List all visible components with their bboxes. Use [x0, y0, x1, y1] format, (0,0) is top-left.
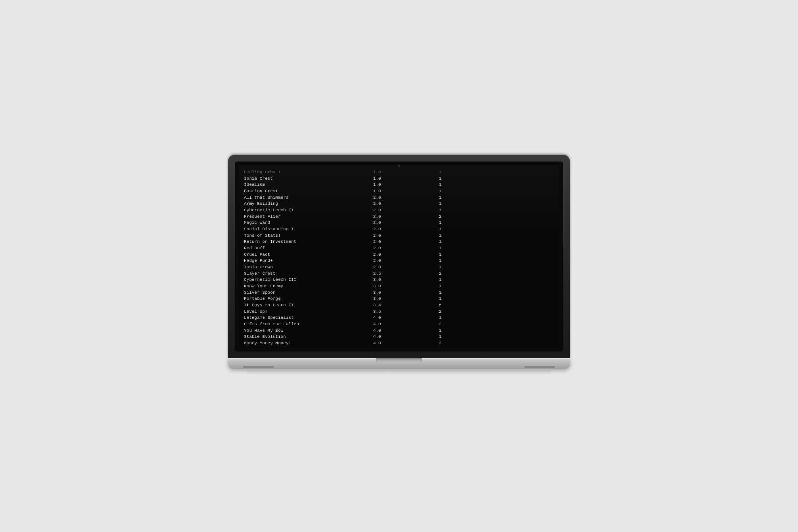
row-name: Tons of Stats!: [244, 233, 373, 239]
row-count: 1: [419, 245, 442, 252]
row-name: Hedge Fund+: [244, 258, 373, 264]
row-name: Silver Spoon: [244, 290, 373, 296]
hinge-notch: [376, 358, 422, 364]
table-row: Bastion Crest1.01: [244, 188, 554, 195]
row-count: 1: [419, 283, 442, 290]
row-count: 1: [419, 188, 442, 195]
row-name: Stable Evolution: [244, 334, 373, 340]
row-value: 3.5: [373, 309, 419, 315]
table-row: Tons of Stats!2.01: [244, 233, 554, 239]
table-row: Return on Investment2.01: [244, 239, 554, 245]
row-name: Sentinel's Spirit: [244, 347, 373, 348]
row-count: 1: [419, 207, 442, 214]
laptop-base: [228, 358, 570, 369]
row-name: All That Shimmers: [244, 195, 373, 201]
table-row: It Pays to Learn II3.45: [244, 302, 554, 309]
row-count: 1: [419, 169, 442, 176]
terminal: Healing Orbs I1.01Ionia Crest1.01Idealis…: [239, 165, 559, 348]
row-value: 2.0: [373, 233, 419, 239]
table-row: Ionia Crest1.01: [244, 176, 554, 182]
row-value: 2.0: [373, 220, 419, 226]
row-count: 1: [419, 334, 442, 340]
row-count: 2: [419, 271, 442, 277]
table-row: Army Building2.01: [244, 201, 554, 207]
row-value: 1.0: [373, 169, 419, 176]
row-count: 2: [419, 214, 442, 220]
row-name: Level Up!: [244, 309, 373, 315]
table-row: You Have My Bow4.01: [244, 328, 554, 334]
row-count: 2: [419, 309, 442, 315]
table-row: Frequent Flier2.02: [244, 214, 554, 220]
row-value: 2.0: [373, 258, 419, 264]
row-count: 1: [419, 290, 442, 296]
screen: Healing Orbs I1.01Ionia Crest1.01Idealis…: [239, 165, 559, 348]
row-value: 4.0: [373, 334, 419, 340]
row-value: 2.5: [373, 271, 419, 277]
row-count: 1: [419, 201, 442, 207]
row-name: Idealism: [244, 182, 373, 188]
row-count: 5: [419, 302, 442, 309]
row-value: 4.0: [373, 340, 419, 347]
row-value: 3.0: [373, 296, 419, 302]
row-value: 2.0: [373, 226, 419, 233]
table-row: Social Distancing I2.01: [244, 226, 554, 233]
row-count: 1: [419, 264, 442, 271]
row-value: 2.0: [373, 207, 419, 214]
table-row: Cybernetic Leech III3.01: [244, 277, 554, 283]
row-name: Cruel Pact: [244, 252, 373, 258]
row-count: 2: [419, 340, 442, 347]
row-value: 2.0: [373, 195, 419, 201]
row-name: Magic Wand: [244, 220, 373, 226]
table-row: Cruel Pact2.01: [244, 252, 554, 258]
table-row: Know Your Enemy3.01: [244, 283, 554, 290]
row-value: 4.0: [373, 347, 419, 348]
row-count: 1: [419, 220, 442, 226]
row-count: 1: [419, 239, 442, 245]
table-row: Silver Spoon3.01: [244, 290, 554, 296]
screen-bezel: Healing Orbs I1.01Ionia Crest1.01Idealis…: [235, 162, 563, 352]
row-name: Portable Forge: [244, 296, 373, 302]
laptop-foot-left: [243, 366, 274, 368]
row-value: 3.0: [373, 290, 419, 296]
row-value: 2.0: [373, 201, 419, 207]
row-name: Bastion Crest: [244, 188, 373, 195]
row-name: Frequent Flier: [244, 214, 373, 220]
laptop-foot-right: [524, 366, 555, 368]
row-count: 1: [419, 296, 442, 302]
row-value: 3.0: [373, 283, 419, 290]
laptop-wrapper: Healing Orbs I1.01Ionia Crest1.01Idealis…: [228, 155, 570, 377]
row-value: 1.0: [373, 188, 419, 195]
row-count: 1: [419, 328, 442, 334]
table-row: Sentinel's Spirit4.01: [244, 347, 554, 348]
row-value: 1.0: [373, 182, 419, 188]
row-value: 2.0: [373, 245, 419, 252]
row-value: 4.0: [373, 315, 419, 321]
row-name: Money Money Money!: [244, 340, 373, 347]
table-row: Lategame Specialist4.01: [244, 315, 554, 321]
row-name: Social Distancing I: [244, 226, 373, 233]
row-count: 1: [419, 252, 442, 258]
row-name: Army Building: [244, 201, 373, 207]
table-row: Red Buff2.01: [244, 245, 554, 252]
row-count: 1: [419, 182, 442, 188]
row-name: Ionia Crest: [244, 176, 373, 182]
row-value: 2.0: [373, 264, 419, 271]
row-name: It Pays to Learn II: [244, 302, 373, 309]
row-value: 2.0: [373, 214, 419, 220]
table-row: Hedge Fund+2.01: [244, 258, 554, 264]
row-name: Red Buff: [244, 245, 373, 252]
row-count: 1: [419, 195, 442, 201]
row-count: 1: [419, 258, 442, 264]
table-row: All That Shimmers2.01: [244, 195, 554, 201]
row-value: 2.0: [373, 252, 419, 258]
row-name: Ionia Crown: [244, 264, 373, 271]
row-value: 1.0: [373, 176, 419, 182]
laptop-lid: Healing Orbs I1.01Ionia Crest1.01Idealis…: [228, 155, 570, 358]
row-count: 1: [419, 315, 442, 321]
table-row: Cybernetic Leech II2.01: [244, 207, 554, 214]
row-name: Know Your Enemy: [244, 283, 373, 290]
row-value: 4.0: [373, 321, 419, 328]
row-name: Return on Investment: [244, 239, 373, 245]
table-row: Ionia Crown2.01: [244, 264, 554, 271]
row-value: 3.0: [373, 277, 419, 283]
